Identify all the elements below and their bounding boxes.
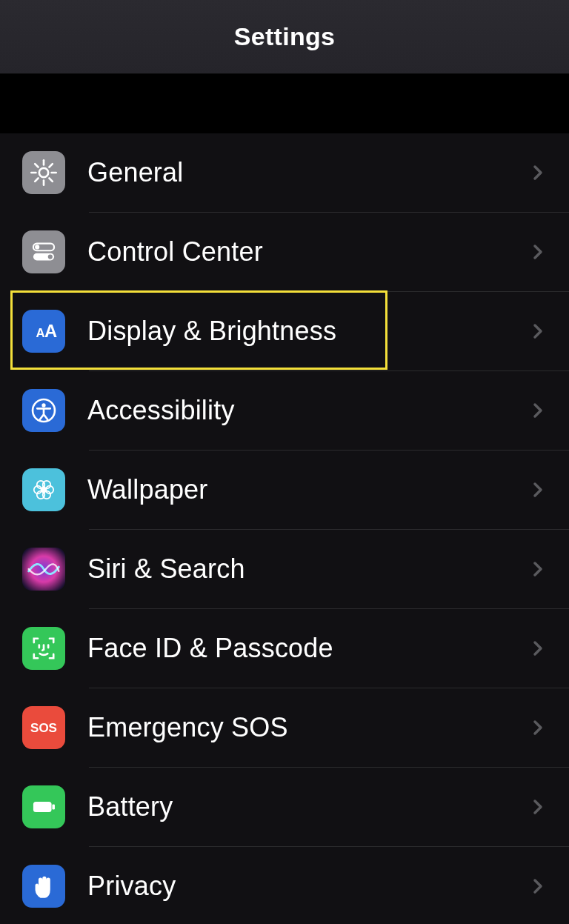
settings-row-label: Display & Brightness [87, 316, 529, 347]
svg-point-12 [48, 255, 53, 259]
svg-text:A: A [36, 326, 44, 340]
svg-text:SOS: SOS [30, 721, 57, 735]
chevron-right-icon [529, 322, 547, 340]
settings-row-label: Face ID & Passcode [87, 633, 529, 664]
chevron-right-icon [529, 243, 547, 261]
textsize-icon: AA [22, 310, 65, 353]
siri-icon [22, 548, 65, 591]
settings-row-label: Privacy [87, 871, 529, 902]
svg-point-0 [39, 168, 48, 177]
svg-point-10 [35, 245, 39, 249]
gear-icon [22, 151, 65, 194]
hand-icon [22, 865, 65, 908]
settings-row-siri-search[interactable]: Siri & Search [22, 530, 569, 608]
faceid-icon [22, 627, 65, 670]
settings-row-accessibility[interactable]: Accessibility [22, 371, 569, 450]
chevron-right-icon [529, 481, 547, 499]
chevron-right-icon [529, 719, 547, 737]
settings-row-label: Wallpaper [87, 474, 529, 505]
chevron-right-icon [529, 639, 547, 657]
chevron-right-icon [529, 560, 547, 578]
settings-row-label: Emergency SOS [87, 712, 529, 743]
settings-row-emergency-sos[interactable]: SOSEmergency SOS [22, 688, 569, 767]
chevron-right-icon [529, 798, 547, 816]
chevron-right-icon [529, 402, 547, 419]
sos-icon: SOS [22, 706, 65, 749]
svg-line-6 [35, 164, 38, 167]
settings-row-label: Control Center [87, 236, 529, 267]
flower-icon [22, 468, 65, 511]
switches-icon [22, 230, 65, 273]
svg-point-23 [41, 487, 46, 492]
settings-row-control-center[interactable]: Control Center [22, 213, 569, 291]
settings-row-general[interactable]: General [22, 133, 569, 212]
svg-rect-29 [52, 804, 55, 809]
settings-row-battery[interactable]: Battery [22, 768, 569, 846]
svg-line-8 [49, 164, 52, 167]
svg-point-16 [41, 403, 45, 407]
settings-row-wallpaper[interactable]: Wallpaper [22, 451, 569, 529]
svg-line-4 [35, 178, 38, 181]
header: Settings [0, 0, 569, 74]
svg-rect-28 [33, 802, 52, 812]
chevron-right-icon [529, 877, 547, 895]
settings-row-faceid-passcode[interactable]: Face ID & Passcode [22, 609, 569, 688]
svg-line-2 [49, 178, 52, 181]
settings-row-label: General [87, 157, 529, 188]
settings-row-label: Accessibility [87, 395, 529, 426]
settings-list: GeneralControl CenterAADisplay & Brightn… [0, 133, 569, 924]
settings-row-label: Siri & Search [87, 554, 529, 585]
settings-row-label: Battery [87, 791, 529, 822]
accessibility-icon [22, 389, 65, 432]
svg-text:A: A [44, 321, 57, 341]
spacer [0, 74, 569, 133]
page-title: Settings [234, 22, 336, 51]
chevron-right-icon [529, 164, 547, 182]
battery-icon [22, 785, 65, 828]
settings-row-privacy[interactable]: Privacy [22, 847, 569, 924]
settings-row-display-brightness[interactable]: AADisplay & Brightness [22, 292, 569, 370]
